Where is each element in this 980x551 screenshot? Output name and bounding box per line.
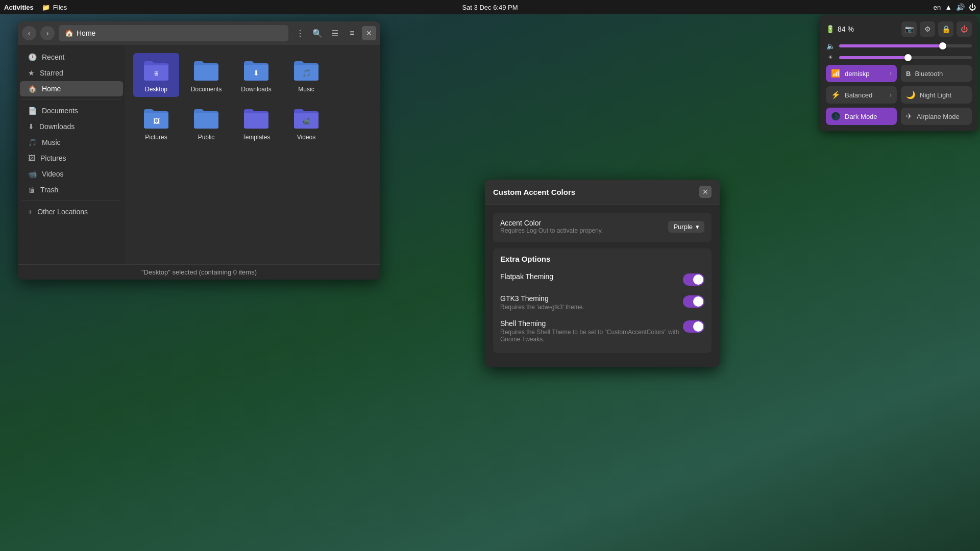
folder-videos-label: Videos bbox=[297, 134, 315, 141]
sidebar-item-recent[interactable]: 🕐 Recent bbox=[20, 49, 123, 65]
view-toggle-button[interactable]: ☰ bbox=[327, 26, 342, 41]
volume-slider[interactable] bbox=[839, 44, 972, 47]
flatpak-theming-label: Flatpak Theming bbox=[500, 272, 553, 281]
datetime: Sat 3 Dec 6:49 PM bbox=[462, 4, 518, 11]
sidebar-item-other-locations[interactable]: + Other Locations bbox=[20, 204, 123, 219]
sidebar-item-music[interactable]: 🎵 Music bbox=[20, 135, 123, 150]
sidebar-item-pictures[interactable]: 🖼 Pictures bbox=[20, 151, 123, 166]
starred-icon: ★ bbox=[28, 69, 35, 77]
folder-documents[interactable]: Documents bbox=[183, 53, 229, 97]
power-mode-tile[interactable]: ⚡ Balanced › bbox=[826, 86, 897, 104]
sidebar-label-downloads: Downloads bbox=[39, 122, 75, 131]
sidebar-label-videos: Videos bbox=[42, 170, 64, 178]
ad-title: Custom Accent Colors bbox=[493, 188, 575, 196]
bluetooth-tile-icon: B bbox=[906, 70, 911, 78]
wifi-tile[interactable]: 📶 demiskp › bbox=[826, 65, 897, 82]
volume-icon[interactable]: 🔊 bbox=[956, 3, 965, 11]
sidebar-item-downloads[interactable]: ⬇ Downloads bbox=[20, 119, 123, 134]
folder-downloads-label: Downloads bbox=[241, 86, 271, 93]
ad-close-button[interactable]: ✕ bbox=[699, 186, 712, 198]
folder-downloads[interactable]: ⬇ Downloads bbox=[233, 53, 279, 97]
accent-color-select[interactable]: Purple ▾ bbox=[668, 221, 704, 233]
settings-button[interactable]: ⚙ bbox=[920, 21, 935, 37]
sidebar-label-home: Home bbox=[42, 85, 61, 93]
svg-text:🎵: 🎵 bbox=[302, 69, 311, 78]
sidebar-label-music: Music bbox=[42, 138, 61, 146]
fm-sidebar: 🕐 Recent ★ Starred 🏠 Home 📄 Documents ⬇ … bbox=[18, 45, 125, 264]
flatpak-theming-toggle[interactable] bbox=[683, 273, 704, 286]
sidebar-item-home[interactable]: 🏠 Home bbox=[20, 81, 123, 96]
app-name: Files bbox=[53, 4, 67, 11]
power-mode-icon: ⚡ bbox=[831, 90, 841, 99]
lock-button[interactable]: 🔒 bbox=[938, 21, 953, 37]
folder-desktop[interactable]: 🖥 Desktop bbox=[133, 53, 179, 97]
power-menu-icon[interactable]: ⏻ bbox=[969, 3, 976, 11]
screenshot-button[interactable]: 📷 bbox=[901, 21, 917, 37]
sidebar-divider-1 bbox=[22, 99, 121, 100]
wifi-tile-label: demiskp bbox=[845, 70, 869, 78]
folder-templates-label: Templates bbox=[242, 134, 271, 141]
wifi-tile-icon: 📶 bbox=[831, 69, 841, 78]
dark-mode-tile[interactable]: 🌑 Dark Mode bbox=[826, 108, 897, 125]
fm-body: 🕐 Recent ★ Starred 🏠 Home 📄 Documents ⬇ … bbox=[18, 45, 380, 264]
power-mode-arrow: › bbox=[890, 91, 892, 98]
fm-content: 🖥 Desktop Documents bbox=[125, 45, 380, 264]
folder-public[interactable]: Public bbox=[183, 101, 229, 145]
path-label: Home bbox=[77, 29, 95, 37]
flatpak-theming-info: Flatpak Theming bbox=[500, 272, 553, 281]
folder-desktop-icon: 🖥 bbox=[141, 57, 172, 84]
forward-button[interactable]: › bbox=[40, 26, 55, 40]
shell-theming-sublabel: Requires the Shell Theme to be set to "C… bbox=[500, 329, 683, 343]
ad-body: Accent Color Requires Log Out to activat… bbox=[485, 205, 720, 367]
brightness-slider[interactable] bbox=[839, 56, 972, 59]
folder-pictures[interactable]: 🖼 Pictures bbox=[133, 101, 179, 145]
folder-videos[interactable]: 📹 Videos bbox=[283, 101, 329, 145]
sidebar-label-trash: Trash bbox=[40, 186, 58, 194]
list-view-button[interactable]: ≡ bbox=[345, 26, 360, 41]
back-button[interactable]: ‹ bbox=[22, 26, 36, 40]
airplane-mode-tile[interactable]: ✈ Airplane Mode bbox=[901, 108, 972, 125]
flatpak-theming-row: Flatpak Theming bbox=[500, 268, 704, 290]
svg-text:🖥: 🖥 bbox=[153, 70, 159, 77]
folder-documents-icon bbox=[191, 57, 222, 84]
recent-icon: 🕐 bbox=[28, 53, 37, 61]
sidebar-item-trash[interactable]: 🗑 Trash bbox=[20, 182, 123, 197]
menu-button[interactable]: ⋮ bbox=[292, 26, 308, 41]
videos-icon: 📹 bbox=[28, 170, 37, 178]
documents-icon: 📄 bbox=[28, 107, 37, 115]
night-light-tile[interactable]: 🌙 Night Light bbox=[901, 86, 972, 104]
downloads-icon: ⬇ bbox=[28, 122, 34, 131]
night-light-label: Night Light bbox=[920, 91, 951, 99]
activities-button[interactable]: Activities bbox=[4, 4, 34, 11]
gtk3-theming-label: GTK3 Theming bbox=[500, 294, 584, 303]
volume-slider-thumb bbox=[939, 42, 946, 49]
power-button[interactable]: ⏻ bbox=[957, 21, 972, 37]
system-panel: 🔋 84 % 📷 ⚙ 🔒 ⏻ 🔈 ☀ 📶 demiskp › bbox=[820, 15, 978, 131]
folder-templates[interactable]: Templates bbox=[233, 101, 279, 145]
music-icon: 🎵 bbox=[28, 138, 37, 146]
lang-indicator[interactable]: en bbox=[934, 4, 941, 11]
topbar: Activities 📁 Files Sat 3 Dec 6:49 PM en … bbox=[0, 0, 980, 14]
folder-videos-icon: 📹 bbox=[291, 105, 322, 132]
other-locations-icon: + bbox=[28, 208, 32, 216]
sidebar-item-videos[interactable]: 📹 Videos bbox=[20, 166, 123, 182]
airplane-mode-label: Airplane Mode bbox=[917, 113, 960, 120]
bluetooth-tile[interactable]: B Bluetooth bbox=[901, 65, 972, 82]
battery-pct: 84 % bbox=[838, 25, 854, 33]
close-button[interactable]: ✕ bbox=[362, 26, 376, 40]
sidebar-item-documents[interactable]: 📄 Documents bbox=[20, 103, 123, 118]
power-mode-label: Balanced bbox=[845, 91, 872, 99]
gtk3-theming-sublabel: Requires the 'adw-gtk3' theme. bbox=[500, 304, 584, 311]
folder-music[interactable]: 🎵 Music bbox=[283, 53, 329, 97]
svg-text:⬇: ⬇ bbox=[253, 69, 259, 77]
brightness-low-icon: ☀ bbox=[826, 54, 835, 61]
search-button[interactable]: 🔍 bbox=[310, 26, 325, 41]
sidebar-item-starred[interactable]: ★ Starred bbox=[20, 65, 123, 81]
gtk3-theming-toggle[interactable] bbox=[683, 295, 704, 308]
folder-pictures-icon: 🖼 bbox=[141, 105, 172, 132]
folder-documents-label: Documents bbox=[191, 86, 222, 93]
path-bar[interactable]: 🏠 Home bbox=[59, 25, 288, 41]
shell-theming-toggle[interactable] bbox=[683, 320, 704, 333]
wifi-icon[interactable]: ▲ bbox=[945, 3, 952, 11]
home-icon: 🏠 bbox=[65, 29, 74, 37]
